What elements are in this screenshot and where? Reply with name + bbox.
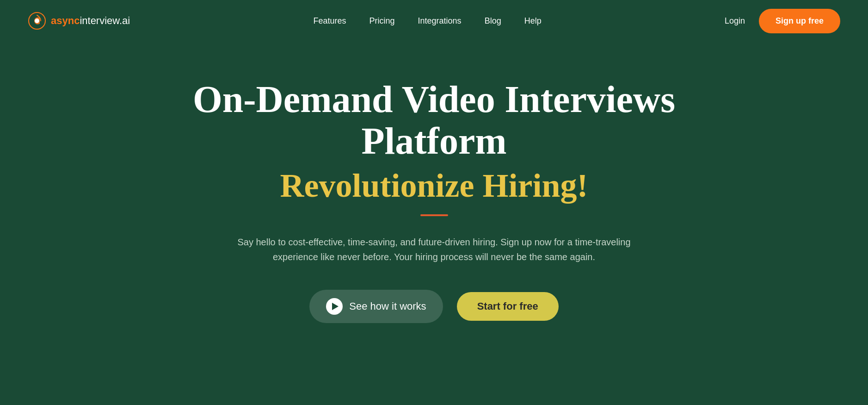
hero-section: On-Demand Video Interviews Platform Revo… (0, 42, 868, 351)
login-button[interactable]: Login (725, 16, 745, 26)
logo-icon (28, 12, 46, 30)
hero-subtitle: Revolutionize Hiring! (280, 167, 588, 205)
play-icon (326, 298, 343, 315)
hero-divider (420, 214, 448, 216)
nav-item-integrations[interactable]: Integrations (418, 16, 462, 26)
navbar-actions: Login Sign up free (725, 9, 840, 33)
nav-item-blog[interactable]: Blog (485, 16, 501, 26)
logo[interactable]: asyncinterview.ai (28, 12, 130, 30)
svg-point-1 (35, 19, 39, 23)
nav-menu: Features Pricing Integrations Blog Help (313, 16, 541, 26)
play-triangle-icon (332, 303, 339, 310)
signup-button[interactable]: Sign up free (759, 9, 840, 33)
hero-description: Say hello to cost-effective, time-saving… (226, 235, 642, 264)
nav-item-help[interactable]: Help (524, 16, 542, 26)
nav-item-features[interactable]: Features (313, 16, 346, 26)
logo-text: asyncinterview.ai (51, 15, 130, 27)
hero-title: On-Demand Video Interviews Platform (193, 79, 675, 162)
nav-item-pricing[interactable]: Pricing (369, 16, 395, 26)
navbar: asyncinterview.ai Features Pricing Integ… (0, 0, 868, 42)
start-free-button[interactable]: Start for free (457, 292, 559, 321)
see-how-button[interactable]: See how it works (309, 290, 443, 323)
hero-buttons: See how it works Start for free (309, 290, 558, 323)
